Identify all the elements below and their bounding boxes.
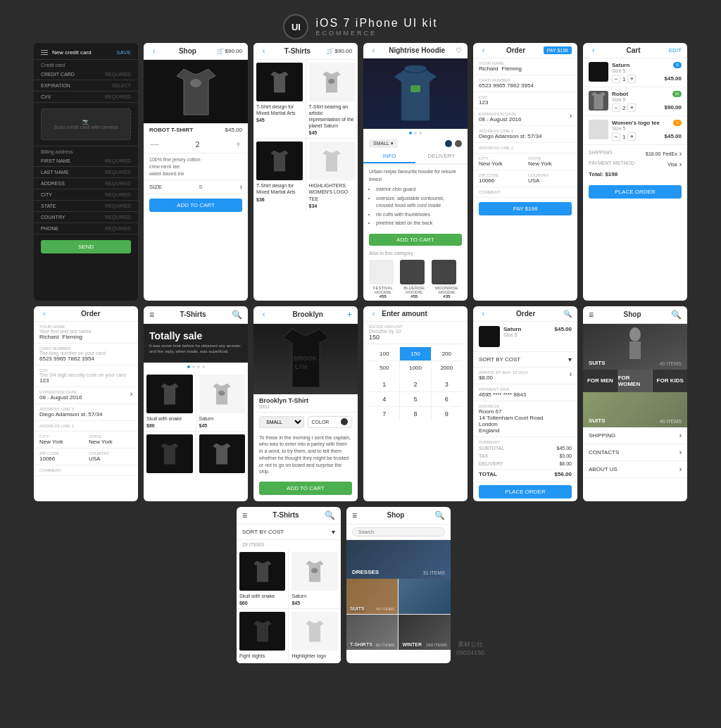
- tshirt-item-4[interactable]: HIGHLIGHTERS WOMEN'S LOGO TEE $34: [306, 139, 358, 211]
- order-mini-name-field[interactable]: YOUR NAME Your first and last name Richa…: [34, 322, 138, 344]
- back-button[interactable]: ‹: [149, 47, 158, 55]
- color-selector[interactable]: COLOR: [308, 416, 353, 428]
- also-item-1[interactable]: FESTIVAL HOODIE #55: [369, 260, 397, 299]
- chip-150[interactable]: 150: [400, 347, 430, 360]
- order-mini-cvv-field[interactable]: CVV The 3/4 digit security code on your …: [34, 365, 138, 387]
- order-mini-card-field[interactable]: CARD NUMBER The long number on your card…: [34, 344, 138, 365]
- hamburger-icon[interactable]: ≡: [589, 310, 594, 320]
- cc-country-row[interactable]: COUNTRY REQUIRED: [34, 212, 138, 223]
- chip-100[interactable]: 100: [369, 347, 399, 360]
- cat-for-men[interactable]: FOR MEN: [583, 370, 618, 392]
- tshirt-item-1[interactable]: T-Shirt design for Mixed Martial Arts $4…: [253, 60, 306, 138]
- order-card-field[interactable]: CARD NUMBER 6523 9965 7862 3954: [473, 75, 577, 92]
- back-button[interactable]: ‹: [369, 310, 378, 318]
- search-icon[interactable]: 🔍: [434, 510, 445, 520]
- order-mini-addr2-field[interactable]: ADDRESS LINE 2: [34, 421, 138, 432]
- cc-cvv-row[interactable]: CVV REQUIRED: [34, 92, 138, 103]
- qty-minus-2[interactable]: −: [612, 103, 620, 112]
- tshirt2-item-1[interactable]: Skull with snake $60: [237, 549, 289, 608]
- add-to-cart-button[interactable]: ADD TO CART: [149, 199, 242, 212]
- numpad-4[interactable]: 4: [369, 392, 399, 406]
- chip-200[interactable]: 200: [432, 347, 462, 360]
- cc-last-name-row[interactable]: LAST NAME REQUIRED: [34, 167, 138, 178]
- numpad-5[interactable]: 5: [400, 392, 430, 406]
- heart-icon[interactable]: ♡: [456, 46, 462, 54]
- also-item-2[interactable]: BLUERISE HOODIE #55: [400, 260, 429, 299]
- back-button[interactable]: ‹: [259, 310, 268, 318]
- cart-area[interactable]: 🛒 $90.00: [217, 48, 242, 54]
- chip-1000[interactable]: 1000: [400, 361, 430, 375]
- size-row[interactable]: SIZE S ›: [144, 180, 248, 194]
- shop3-cat-suits[interactable]: SUITS 40 ITEMS: [346, 579, 399, 614]
- back-button[interactable]: ‹: [479, 46, 488, 54]
- numpad-2[interactable]: 2: [400, 377, 430, 391]
- cat-for-women[interactable]: FOR WOMEN: [618, 370, 653, 392]
- tab-delivery[interactable]: DELIVERY: [415, 150, 468, 163]
- cc-phone-row[interactable]: PHONE REQUIRED: [34, 223, 138, 234]
- order-addr1-field[interactable]: ADDRESS LINE 1 Diego Adamson st. 57/34: [473, 126, 577, 143]
- sale-item-4[interactable]: [196, 432, 249, 478]
- qty-plus-3[interactable]: +: [627, 132, 636, 141]
- shop3-cat-men[interactable]: [399, 579, 451, 614]
- shipping-menu-item[interactable]: SHIPPING ›: [583, 427, 687, 444]
- also-item-3[interactable]: MOONRISE HOODIE #35: [432, 260, 462, 299]
- order-mini-comment-field[interactable]: COMMENT: [34, 465, 138, 476]
- shop3-search-input[interactable]: [352, 527, 445, 536]
- tshirt2-item-2[interactable]: Saturn $45: [289, 549, 341, 608]
- hamburger-icon[interactable]: [41, 49, 48, 56]
- contacts-menu-item[interactable]: CONTACTS ›: [583, 444, 687, 461]
- tab-info[interactable]: INFO: [363, 150, 415, 163]
- shop3-cat-tshirts[interactable]: T-SHIRTS 62 ITEMS: [346, 615, 399, 650]
- tshirt2-item-4[interactable]: Highlighter logo: [289, 609, 341, 663]
- cc-address-row[interactable]: ADDRESS REQUIRED: [34, 178, 138, 189]
- qty-plus-2[interactable]: +: [627, 103, 636, 112]
- hamburger-icon[interactable]: ≡: [242, 510, 247, 520]
- order-addr2-field[interactable]: ADDRESS LINE 2: [473, 143, 577, 153]
- qty-plus-1[interactable]: +: [627, 75, 636, 83]
- pay-button[interactable]: PAY $198: [479, 202, 572, 215]
- size-select[interactable]: SMALL: [259, 416, 304, 428]
- cart-item-3[interactable]: Women's logo tee S Size 5 − 1 + $45.00: [583, 116, 687, 145]
- add-to-cart-button[interactable]: ADD TO CART: [369, 234, 462, 246]
- numpad-9[interactable]: 9: [432, 407, 462, 421]
- chip-2000[interactable]: 2000: [432, 361, 462, 375]
- place-order-button[interactable]: PLACE ORDER: [589, 185, 682, 199]
- cc-scan-area[interactable]: 📷Scan credit card with camera: [41, 108, 131, 140]
- search-icon[interactable]: 🔍: [671, 310, 682, 320]
- order-search-item[interactable]: Saturn Size 5 $45.00: [473, 322, 577, 352]
- cc-credit-card-row[interactable]: CREDIT CARD REQUIRED: [34, 69, 138, 80]
- tshirt-item-2[interactable]: T-Shirt bearing an artistic representati…: [306, 60, 358, 138]
- back-button[interactable]: ‹: [479, 310, 488, 318]
- arrive-by-field[interactable]: ARRIVE BY MAY 16 2014 $8.00 ›: [473, 368, 577, 384]
- cart-item-1[interactable]: Saturn S Size 5 − 1 + $45.00: [583, 58, 687, 87]
- order-mini-addr1-field[interactable]: ADDRESS LINE 1 Diego Adamson st. 57/34: [34, 404, 138, 421]
- cart-edit-button[interactable]: EDIT: [669, 47, 682, 54]
- back-button[interactable]: ‹: [259, 47, 268, 55]
- search-icon[interactable]: 🔍: [563, 310, 572, 318]
- size-selector[interactable]: SMALL ▾: [369, 139, 398, 148]
- amount-field[interactable]: ENTER AMOUNT Divisible by 10 150: [363, 322, 468, 344]
- cart-item-2[interactable]: Robot M Size 5 − 2 + $90.00: [583, 87, 687, 116]
- hamburger-icon[interactable]: ≡: [149, 310, 154, 320]
- cc-first-name-row[interactable]: FIRST NAME REQUIRED: [34, 156, 138, 167]
- search-icon[interactable]: 🔍: [325, 510, 335, 520]
- order-exp-field[interactable]: EXPIRATION DATE 08 - August 2016 ›: [473, 109, 577, 126]
- search-icon[interactable]: 🔍: [232, 310, 242, 320]
- numpad-7[interactable]: 7: [369, 407, 399, 421]
- back-button[interactable]: ‹: [369, 46, 378, 54]
- qty-minus-3[interactable]: −: [612, 132, 620, 141]
- cc-send-button[interactable]: SEND: [41, 240, 131, 253]
- sale-item-1[interactable]: Skull with snake $60: [144, 372, 196, 431]
- numpad-6[interactable]: 6: [432, 392, 462, 406]
- tshirt2-item-3[interactable]: Fight nights: [237, 609, 289, 663]
- back-button[interactable]: ‹: [589, 46, 598, 54]
- qty-minus-1[interactable]: −: [612, 75, 620, 83]
- chip-500[interactable]: 500: [369, 361, 399, 375]
- cc-save-button[interactable]: SAVE: [116, 49, 131, 56]
- sale-item-3[interactable]: [144, 432, 196, 478]
- color-option-gray[interactable]: [455, 140, 462, 147]
- cart-area[interactable]: 🛒 $90.00: [327, 48, 352, 54]
- back-button[interactable]: ‹: [39, 310, 49, 318]
- order-mini-exp-field[interactable]: EXPIRATION DATE 08 - August 2016 ›: [34, 387, 138, 404]
- order-cvv-field[interactable]: CVV 123: [473, 92, 577, 109]
